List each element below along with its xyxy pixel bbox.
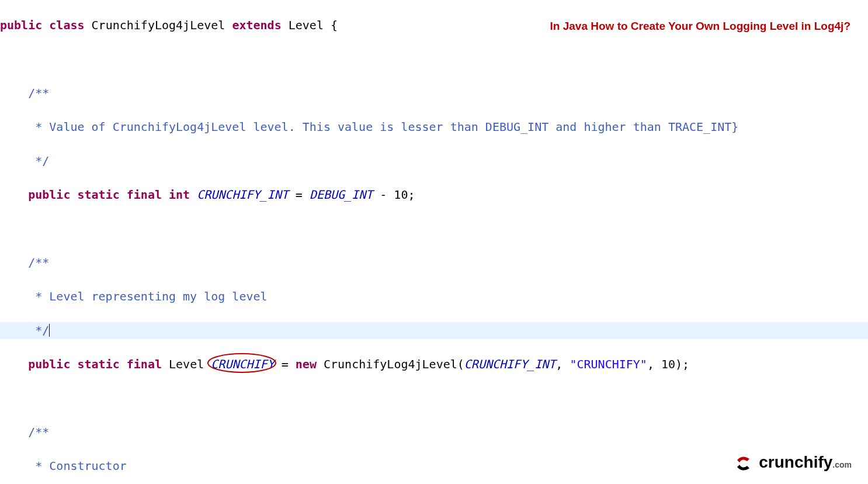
highlighted-line: */ xyxy=(0,322,868,339)
keyword-class: class xyxy=(49,18,84,32)
text-cursor xyxy=(49,324,50,337)
javadoc: * Value of CrunchifyLog4jLevel level. Th… xyxy=(28,120,738,134)
constant-ref: DEBUG_INT xyxy=(310,188,373,202)
javadoc: */ xyxy=(28,154,49,168)
logo-text: crunchify xyxy=(759,453,832,471)
javadoc: /** xyxy=(28,425,49,439)
circled-identifier: CRUNCHIFY xyxy=(211,356,274,373)
javadoc: /** xyxy=(28,86,49,100)
class-name: CrunchifyLog4jLevel xyxy=(92,18,225,32)
code-editor[interactable]: public class CrunchifyLog4jLevel extends… xyxy=(0,0,868,484)
javadoc: * Level representing my log level xyxy=(28,289,267,303)
javadoc: /** xyxy=(28,255,49,269)
parent-class: Level xyxy=(289,18,324,32)
brand-logo: crunchify.com xyxy=(735,454,852,473)
keyword-extends: extends xyxy=(232,18,281,32)
code-line: public static final int CRUNCHIFY_INT = … xyxy=(0,186,868,203)
keyword-public: public xyxy=(0,18,42,32)
code-line: public class CrunchifyLog4jLevel extends… xyxy=(0,17,868,34)
code-line: public static final Level CRUNCHIFY = ne… xyxy=(0,356,868,373)
constant-name: CRUNCHIFY_INT xyxy=(197,188,289,202)
logo-tld: .com xyxy=(832,460,852,469)
javadoc: * Constructor xyxy=(28,459,127,473)
crunchify-logo-icon xyxy=(735,455,755,472)
